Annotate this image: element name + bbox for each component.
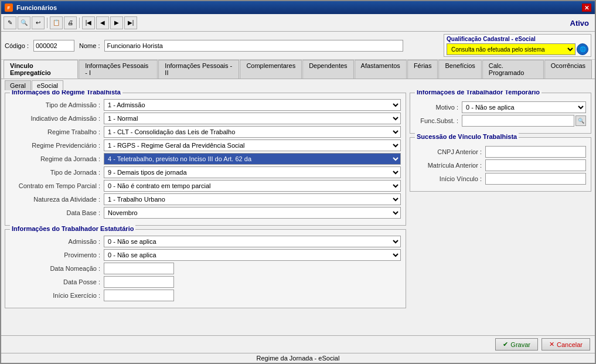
inicio-exercicio-row: Início Exercício :	[10, 290, 401, 301]
window-title: Funcionários	[16, 4, 578, 11]
qualif-box: Qualificação Cadastral - eSocial Consult…	[444, 34, 591, 57]
tipo-admissao-select[interactable]: 1 - Admissão	[104, 99, 401, 111]
regime-title: Informações do Regime Trabalhista	[10, 90, 122, 96]
contrato-parcial-label: Contrato em Tempo Parcial :	[10, 182, 104, 189]
data-posse-row: Data Posse :	[10, 276, 401, 288]
data-posse-label: Data Posse :	[10, 278, 104, 285]
inicio-exercicio-input[interactable]	[104, 290, 174, 301]
inicio-vinculo-input[interactable]	[485, 173, 586, 185]
regime-trabalho-label: Regime Trabalho :	[10, 128, 104, 135]
tab-dependentes[interactable]: Dependentes	[302, 60, 353, 79]
tipo-jornada-label: Tipo de Jornada :	[10, 169, 104, 176]
sub-tabs: Geral eSocial	[1, 79, 595, 90]
matricula-anterior-input[interactable]	[485, 159, 586, 171]
inicio-exercicio-label: Início Exercício :	[10, 292, 104, 299]
qualif-select[interactable]: Consulta não efetuada pelo sistema	[447, 43, 575, 55]
inicio-vinculo-label: Início Vínculo :	[415, 175, 485, 182]
top-bar: Código : Nome : Qualificação Cadastral -…	[1, 32, 595, 60]
indicativo-admissao-row: Indicativo de Admissão : 1 - Normal	[10, 113, 401, 124]
data-nomeacao-row: Data Nomeação :	[10, 263, 401, 274]
tab-ferias[interactable]: Férias	[407, 60, 438, 79]
copy-button[interactable]: 📋	[50, 16, 63, 29]
data-nomeacao-label: Data Nomeação :	[10, 265, 104, 272]
main-tabs: Vínculo Empregatício Informações Pessoai…	[1, 60, 595, 79]
indicativo-admissao-select[interactable]: 1 - Normal	[104, 113, 401, 124]
data-base-label: Data Base :	[10, 209, 104, 216]
regime-jornada-select[interactable]: 4 - Teletrabalho, previsto no Inciso III…	[104, 153, 401, 165]
nome-input[interactable]	[104, 40, 403, 52]
app-icon: F	[5, 4, 13, 12]
tipo-jornada-select[interactable]: 9 - Demais tipos de jornada	[104, 166, 401, 178]
regime-previdenciario-label: Regime Previdenciário :	[10, 142, 104, 149]
natureza-atividade-select[interactable]: 1 - Trabalho Urbano	[104, 193, 401, 205]
funcsubst-input[interactable]	[462, 115, 574, 127]
regime-group: Informações do Regime Trabalhista Tipo d…	[5, 93, 406, 226]
cancelar-button[interactable]: ✕ Cancelar	[541, 338, 590, 351]
codigo-label: Código :	[5, 42, 29, 49]
gravar-label: Gravar	[510, 341, 530, 348]
refresh-button[interactable]: ↩	[32, 16, 45, 29]
natureza-atividade-row: Natureza da Atividade : 1 - Trabalho Urb…	[10, 193, 401, 205]
status-bar: Regime da Jornada - eSocial	[1, 353, 595, 363]
tab-beneficios[interactable]: Benefícios	[438, 60, 481, 79]
left-panel: Informações do Regime Trabalhista Tipo d…	[5, 93, 406, 333]
nome-label: Nome :	[79, 42, 100, 49]
tab-pessoais1[interactable]: Informações Pessoais - I	[79, 60, 158, 79]
estatutario-admissao-select[interactable]: 0 - Não se aplica	[104, 236, 401, 247]
close-button[interactable]: ✕	[582, 4, 591, 12]
x-icon: ✕	[549, 341, 554, 348]
regime-previdenciario-select[interactable]: 1 - RGPS - Regime Geral da Previdência S…	[104, 140, 401, 151]
estatutario-admissao-label: Admissão :	[10, 238, 104, 245]
tab-complementares[interactable]: Complementares	[240, 60, 302, 79]
cnpj-anterior-row: CNPJ Anterior :	[415, 146, 586, 158]
codigo-input[interactable]	[33, 40, 74, 52]
provimento-select[interactable]: 0 - Não se aplica	[104, 249, 401, 261]
indicativo-admissao-label: Indicativo de Admissão :	[10, 115, 104, 122]
regime-jornada-row: Regime da Jornada : 4 - Teletrabalho, pr…	[10, 153, 401, 165]
gravar-button[interactable]: ✔ Gravar	[495, 338, 538, 351]
funcsubst-label: Func.Subst. :	[415, 117, 462, 124]
temporario-group: Informações de Trabalhador Temporário Mo…	[410, 93, 591, 134]
data-posse-input[interactable]	[104, 276, 174, 288]
cnpj-anterior-label: CNPJ Anterior :	[415, 148, 485, 155]
tab-afastamentos[interactable]: Afastamentos	[355, 60, 407, 79]
next-button[interactable]: ▶	[110, 16, 123, 29]
tab-calc[interactable]: Calc. Programado	[482, 60, 544, 79]
provimento-label: Provimento :	[10, 251, 104, 258]
subtab-esocial[interactable]: eSocial	[32, 80, 63, 90]
provimento-row: Provimento : 0 - Não se aplica	[10, 249, 401, 261]
inicio-vinculo-row: Início Vínculo :	[415, 173, 586, 185]
tab-ocorrencias[interactable]: Ocorrências	[544, 60, 592, 79]
contrato-parcial-row: Contrato em Tempo Parcial : 0 - Não é co…	[10, 180, 401, 192]
edit-button[interactable]: ✎	[4, 16, 16, 29]
last-button[interactable]: ▶|	[124, 16, 137, 29]
main-window: F Funcionários ✕ ✎ 🔍 ↩ 📋 🖨 |◀ ◀ ▶ ▶| Ati…	[0, 0, 596, 364]
cnpj-anterior-input[interactable]	[485, 146, 586, 158]
funcsubst-search-button[interactable]: 🔍	[575, 115, 586, 126]
data-nomeacao-input[interactable]	[104, 263, 174, 274]
temporario-title: Informações de Trabalhador Temporário	[415, 90, 541, 96]
tab-pessoais2[interactable]: Informações Pessoais - II	[158, 60, 239, 79]
title-bar: F Funcionários ✕	[1, 1, 595, 14]
tipo-jornada-row: Tipo de Jornada : 9 - Demais tipos de jo…	[10, 166, 401, 178]
motivo-select[interactable]: 0 - Não se aplica	[462, 101, 586, 113]
matricula-anterior-row: Matrícula Anterior :	[415, 159, 586, 171]
tab-vinculo[interactable]: Vínculo Empregatício	[4, 60, 78, 79]
regime-jornada-label: Regime da Jornada :	[10, 155, 104, 162]
print-button[interactable]: 🖨	[64, 16, 77, 29]
data-base-select[interactable]: Novembro	[104, 207, 401, 219]
funcsubst-row: Func.Subst. : 🔍	[415, 115, 586, 127]
motivo-label: Motivo :	[415, 104, 462, 111]
globe-button[interactable]: 🌐	[577, 43, 588, 55]
contrato-parcial-select[interactable]: 0 - Não é contrato em tempo parcial	[104, 180, 401, 192]
natureza-atividade-label: Natureza da Atividade :	[10, 196, 104, 203]
prev-button[interactable]: ◀	[96, 16, 109, 29]
subtab-geral[interactable]: Geral	[5, 80, 31, 90]
first-button[interactable]: |◀	[82, 16, 95, 29]
right-panel: Informações de Trabalhador Temporário Mo…	[410, 93, 591, 333]
cancelar-label: Cancelar	[557, 341, 583, 348]
search-button[interactable]: 🔍	[18, 16, 30, 29]
regime-trabalho-select[interactable]: 1 - CLT - Consolidação das Leis de Traba…	[104, 126, 401, 138]
content-area: Informações do Regime Trabalhista Tipo d…	[1, 90, 595, 335]
tipo-admissao-row: Tipo de Admissão : 1 - Admissão	[10, 99, 401, 111]
